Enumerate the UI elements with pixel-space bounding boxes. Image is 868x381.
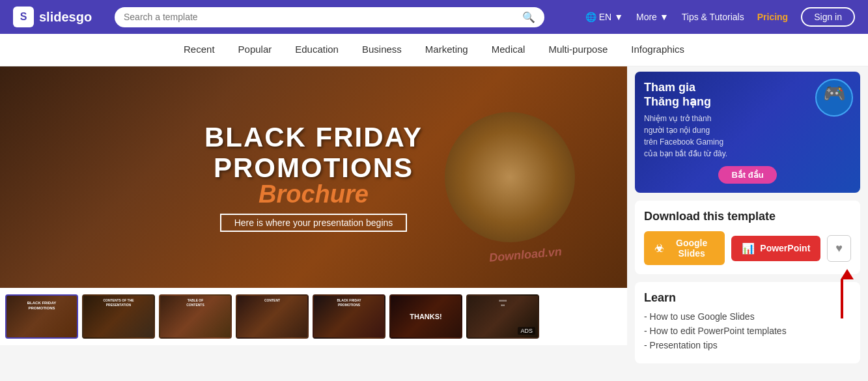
search-icon: 🔍 <box>522 11 535 23</box>
learn-link-presentation-tips[interactable]: - Presentation tips <box>644 340 851 350</box>
chevron-down-icon: ▼ <box>614 12 623 22</box>
thumbnail-7[interactable]: ■■■■■■ ADS <box>466 294 539 339</box>
preview-tagline-box: Here is where your presentation begins <box>220 214 408 232</box>
more-button[interactable]: More ▼ <box>636 12 669 22</box>
favorite-button[interactable]: ♥ <box>827 235 851 262</box>
tips-tutorials-button[interactable]: Tips & Tutorials <box>682 12 744 22</box>
ad-banner-button[interactable]: Bắt đầu <box>718 166 776 184</box>
learn-link-google-slides[interactable]: - How to use Google Slides <box>644 311 851 322</box>
main-preview: BLACK FRIDAY PROMOTIONS Brochure Here is… <box>0 66 627 288</box>
preview-text-area: BLACK FRIDAY PROMOTIONS Brochure Here is… <box>204 122 423 231</box>
header-nav: 🌐 EN ▼ More ▼ Tips & Tutorials Pricing S… <box>585 7 855 27</box>
learn-section: Learn - How to use Google Slides - How t… <box>635 282 860 363</box>
preview-subtitle: Brochure <box>204 180 423 208</box>
preview-title-line2: PROMOTIONS <box>204 153 423 183</box>
learn-title: Learn <box>644 291 851 305</box>
main-layout: BLACK FRIDAY PROMOTIONS Brochure Here is… <box>0 66 868 369</box>
ad-banner-button-label: Bắt đầu <box>731 170 763 180</box>
pricing-label: Pricing <box>757 12 788 22</box>
ad-banner: 🎮 Tham giaThăng hạng Nhiệm vụ trở thànhn… <box>635 72 860 193</box>
chevron-down-icon-more: ▼ <box>660 12 669 22</box>
globe-icon: 🌐 <box>585 12 596 22</box>
thumb-3-label: Table ofcontents <box>160 296 231 309</box>
search-bar: 🔍 <box>115 7 544 27</box>
google-slides-icon: ☣ <box>654 242 664 255</box>
thumb-1-label: BLACK FRIDAYPROMOTIONS <box>7 296 77 317</box>
watermark: Download.vn <box>488 245 562 265</box>
preview-tagline: Here is where your presentation begins <box>234 218 393 228</box>
nav-item-business[interactable]: Business <box>362 35 402 66</box>
download-buttons: ☣ Google Slides 📊 PowerPoint ♥ <box>644 231 851 265</box>
thumbnails-row: BLACK FRIDAYPROMOTIONS Contents of thepr… <box>0 288 627 345</box>
thumbnail-5[interactable]: Black FridayPromotions <box>313 294 385 339</box>
thumbnail-2[interactable]: Contents of thepresentation <box>82 294 155 339</box>
ad-banner-desc: Nhiệm vụ trở thànhngười tạo nội dungtrên… <box>644 113 851 160</box>
thumbnail-3[interactable]: Table ofcontents <box>159 294 232 339</box>
signin-button[interactable]: Sign in <box>801 7 855 27</box>
nav-item-medical[interactable]: Medical <box>492 35 525 66</box>
nav-item-marketing[interactable]: Marketing <box>425 35 468 66</box>
download-section: Download this template ☣ Google Slides 📊… <box>635 201 860 274</box>
thumbnail-6[interactable]: THANKS! <box>389 294 462 339</box>
ads-badge: ADS <box>518 327 535 335</box>
nav-item-popular[interactable]: Popular <box>238 35 272 66</box>
nav-bar: Recent Popular Education Business Market… <box>0 34 868 66</box>
arrow-up <box>841 279 843 318</box>
logo-text: slidesgo <box>39 10 92 25</box>
language-button[interactable]: 🌐 EN ▼ <box>585 12 623 22</box>
powerpoint-label: PowerPoint <box>760 243 810 253</box>
preview-circle-decoration <box>445 112 575 242</box>
signin-label: Sign in <box>814 12 842 22</box>
header: S slidesgo 🔍 🌐 EN ▼ More ▼ Tips & Tutori… <box>0 0 868 34</box>
google-slides-label: Google Slides <box>669 238 714 259</box>
nav-item-infographics[interactable]: Infographics <box>631 35 684 66</box>
preview-title-line1: BLACK FRIDAY <box>204 122 423 152</box>
pricing-button[interactable]: Pricing <box>757 12 788 22</box>
right-sidebar: 🎮 Tham giaThăng hạng Nhiệm vụ trở thànhn… <box>627 66 868 369</box>
thumb-2-label: Contents of thepresentation <box>83 296 154 309</box>
learn-link-powerpoint[interactable]: - How to edit PowerPoint templates <box>644 326 851 336</box>
gaming-logo-svg: 🎮 <box>815 78 854 117</box>
nav-item-education[interactable]: Education <box>295 35 339 66</box>
thumbnail-1[interactable]: BLACK FRIDAYPROMOTIONS <box>5 294 78 339</box>
search-input[interactable] <box>124 12 517 22</box>
left-content: BLACK FRIDAY PROMOTIONS Brochure Here is… <box>0 66 627 369</box>
nav-item-recent[interactable]: Recent <box>184 35 215 66</box>
game-icon: 🎮 <box>815 78 854 117</box>
arrow-head <box>841 269 854 279</box>
tips-label: Tips & Tutorials <box>682 12 744 22</box>
svg-text:🎮: 🎮 <box>823 83 846 104</box>
lang-label: EN <box>599 12 611 22</box>
logo-area: S slidesgo <box>13 7 104 27</box>
thumb-7-label: ■■■■■■ <box>468 296 538 309</box>
thumb-5-label: Black FridayPromotions <box>314 296 384 309</box>
google-slides-button[interactable]: ☣ Google Slides <box>644 231 725 265</box>
powerpoint-icon: 📊 <box>742 242 755 255</box>
logo-icon: S <box>13 7 34 27</box>
heart-icon: ♥ <box>835 242 843 255</box>
thumb-4-label: Content <box>237 296 307 305</box>
powerpoint-button[interactable]: 📊 PowerPoint <box>731 236 820 261</box>
nav-item-multipurpose[interactable]: Multi-purpose <box>548 35 608 66</box>
thumb-6-label: THANKS! <box>410 313 442 320</box>
download-title: Download this template <box>644 210 851 223</box>
thumbnail-4[interactable]: Content <box>236 294 309 339</box>
more-label: More <box>636 12 657 22</box>
